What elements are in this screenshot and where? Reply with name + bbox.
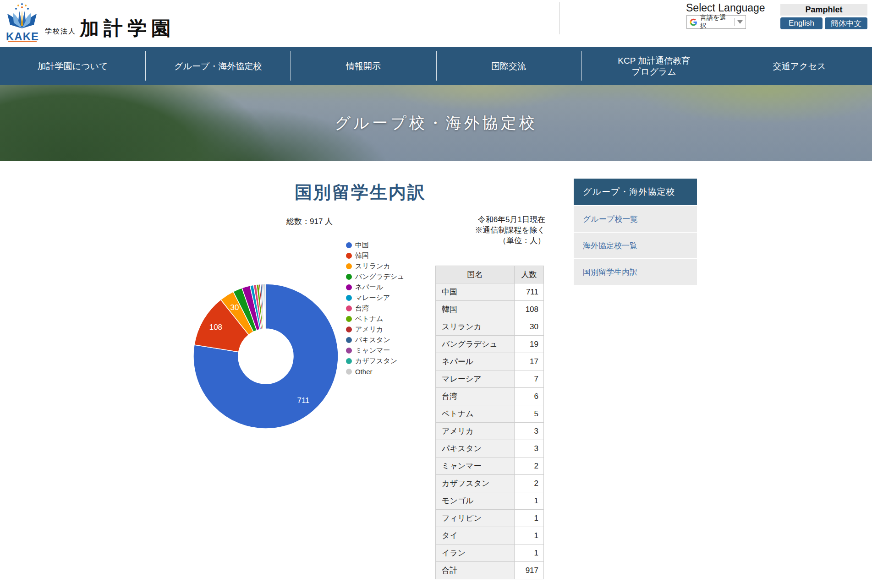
country-count-cell: 1	[515, 527, 544, 544]
country-count-cell: 30	[515, 318, 544, 336]
table-row: ベトナム5	[436, 405, 544, 423]
table-row: ミャンマー2	[436, 457, 544, 475]
logo-corp-type: 学校法人	[45, 27, 76, 36]
site-header: KAKE 学校法人 加計学園 Select Language 言語を選択 Pam…	[0, 0, 872, 47]
country-table: 国名人数 中国711韓国108スリランカ30バングラデシュ19ネパール17マレー…	[435, 266, 544, 579]
country-count-cell: 2	[515, 475, 544, 492]
pamphlet-button[interactable]: Pamphlet	[780, 4, 867, 16]
google-g-icon	[690, 18, 697, 26]
legend-item-台湾[interactable]: 台湾	[346, 303, 404, 314]
legend-dot-icon	[346, 358, 352, 364]
nav-item-5[interactable]: 交通アクセス	[727, 47, 872, 85]
legend-dot-icon	[346, 263, 352, 269]
table-row: スリランカ30	[436, 318, 544, 336]
sidebar-item-1[interactable]: 海外協定校一覧	[574, 233, 697, 258]
legend-item-ミャンマー[interactable]: ミャンマー	[346, 345, 404, 356]
nav-item-0[interactable]: 加計学園について	[0, 47, 145, 85]
table-row: イラン1	[436, 544, 544, 562]
nav-item-1[interactable]: グループ・海外協定校	[145, 47, 291, 85]
date-note-line: 令和6年5月1日現在	[394, 214, 545, 225]
legend-dot-icon	[346, 284, 352, 290]
legend-item-韓国[interactable]: 韓国	[346, 250, 404, 261]
legend-label: アメリカ	[355, 325, 383, 334]
legend-label: マレーシア	[355, 294, 390, 302]
legend-item-マレーシア[interactable]: マレーシア	[346, 293, 404, 303]
legend-dot-icon	[346, 337, 352, 343]
country-name-cell: バングラデシュ	[436, 336, 515, 353]
table-row: アメリカ3	[436, 423, 544, 440]
country-count-cell: 1	[515, 492, 544, 510]
legend-item-スリランカ[interactable]: スリランカ	[346, 261, 404, 272]
legend-label: 中国	[355, 241, 369, 250]
sidebar: グループ・海外協定校 グループ校一覧海外協定校一覧国別留学生内訳	[574, 179, 697, 285]
chart-legend: 中国韓国スリランカバングラデシュネパールマレーシア台湾ベトナムアメリカパキスタン…	[346, 240, 404, 377]
sidebar-item-2[interactable]: 国別留学生内訳	[574, 259, 697, 285]
chinese-button[interactable]: 簡体中文	[825, 17, 867, 29]
legend-item-アメリカ[interactable]: アメリカ	[346, 324, 404, 335]
country-name-cell: カザフスタン	[436, 475, 515, 492]
table-header-人数: 人数	[515, 266, 544, 283]
table-row: パキスタン3	[436, 440, 544, 457]
legend-dot-icon	[346, 327, 352, 332]
country-name-cell: 韓国	[436, 301, 515, 318]
legend-dot-icon	[346, 305, 352, 311]
legend-item-パキスタン[interactable]: パキスタン	[346, 335, 404, 345]
site-logo[interactable]: KAKE 学校法人 加計学園	[5, 2, 175, 42]
legend-dot-icon	[346, 274, 352, 280]
date-note-line: （単位：人）	[394, 235, 545, 246]
legend-label: ネパール	[355, 283, 383, 292]
legend-label: 韓国	[355, 251, 369, 260]
legend-item-ネパール[interactable]: ネパール	[346, 282, 404, 293]
country-count-cell: 17	[515, 353, 544, 370]
country-count-cell: 1	[515, 510, 544, 527]
legend-label: バングラデシュ	[355, 272, 404, 281]
legend-item-バングラデシュ[interactable]: バングラデシュ	[346, 272, 404, 282]
sidebar-item-0[interactable]: グループ校一覧	[574, 206, 697, 232]
country-name-cell: アメリカ	[436, 423, 515, 440]
country-name-cell: タイ	[436, 527, 515, 544]
hero-title: グループ校・海外協定校	[335, 113, 537, 134]
country-count-cell: 711	[515, 283, 544, 301]
page-title: 国別留学生内訳	[175, 181, 546, 204]
country-count-cell: 3	[515, 423, 544, 440]
country-name-cell: 台湾	[436, 388, 515, 405]
donut-chart: 71110830	[190, 281, 341, 432]
country-count-cell: 2	[515, 457, 544, 475]
legend-dot-icon	[346, 369, 352, 375]
country-count-cell: 3	[515, 440, 544, 457]
nav-item-3[interactable]: 国際交流	[436, 47, 581, 85]
country-count-cell: 6	[515, 388, 544, 405]
country-name-cell: パキスタン	[436, 440, 515, 457]
kake-emblem-icon: KAKE	[5, 2, 40, 42]
table-row: 中国711	[436, 283, 544, 301]
table-row: 台湾6	[436, 388, 544, 405]
nav-item-2[interactable]: 情報開示	[291, 47, 436, 85]
country-name-cell: イラン	[436, 544, 515, 562]
legend-dot-icon	[346, 253, 352, 259]
chevron-down-icon	[737, 20, 743, 24]
table-row: バングラデシュ19	[436, 336, 544, 353]
legend-item-カザフスタン[interactable]: カザフスタン	[346, 356, 404, 366]
translate-separator	[734, 18, 735, 26]
page: KAKE 学校法人 加計学園 Select Language 言語を選択 Pam…	[0, 0, 872, 588]
google-translate-select[interactable]: 言語を選択	[686, 15, 746, 29]
legend-dot-icon	[346, 316, 352, 322]
country-name-cell: ミャンマー	[436, 457, 515, 475]
country-name-cell: モンゴル	[436, 492, 515, 510]
country-name-cell: ネパール	[436, 353, 515, 370]
legend-label: Other	[355, 368, 373, 376]
country-name-cell: 合計	[436, 562, 515, 579]
country-name-cell: マレーシア	[436, 370, 515, 388]
english-button[interactable]: English	[780, 17, 823, 29]
legend-label: カザフスタン	[355, 357, 397, 365]
legend-item-ベトナム[interactable]: ベトナム	[346, 314, 404, 324]
legend-item-中国[interactable]: 中国	[346, 240, 404, 250]
main-nav: 加計学園についてグループ・海外協定校情報開示国際交流KCP 加計通信教育 プログ…	[0, 47, 872, 85]
nav-item-4[interactable]: KCP 加計通信教育 プログラム	[581, 47, 727, 85]
table-row: 合計917	[436, 562, 544, 579]
country-name-cell: 中国	[436, 283, 515, 301]
legend-item-Other[interactable]: Other	[346, 366, 404, 377]
country-count-cell: 5	[515, 405, 544, 423]
table-row: ネパール17	[436, 353, 544, 370]
table-row: フィリピン1	[436, 510, 544, 527]
